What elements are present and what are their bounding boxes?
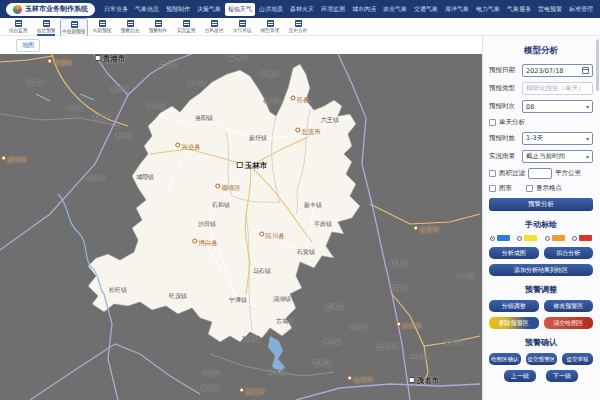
toolbar-tab[interactable]: 综合监测 bbox=[4, 18, 32, 35]
toolbar-tab[interactable]: 模型管理 bbox=[256, 18, 284, 35]
color-swatch bbox=[497, 235, 510, 241]
module-toolbar: 综合监测 临近预警 中短期预报 长期预报 预警信息 bbox=[0, 18, 600, 36]
top-menu-item[interactable]: 城市内涝 bbox=[349, 3, 379, 16]
map-label: 木梓镇 bbox=[115, 132, 133, 141]
map-view-tab[interactable]: 地图 bbox=[16, 39, 40, 52]
rain-label: 实况雨量 bbox=[489, 152, 522, 161]
toolbar-tab[interactable]: 预警信息 bbox=[116, 18, 144, 35]
map-label: 大洋镇 bbox=[187, 79, 205, 88]
forecast-type-input: 精细化报告（单天） bbox=[522, 82, 593, 95]
scrollbar-thumb[interactable] bbox=[596, 39, 599, 91]
map-label: 分界镇 bbox=[410, 353, 428, 362]
show-grid-checkbox[interactable] bbox=[526, 185, 533, 192]
toolbar-tab[interactable]: 中短期预报 bbox=[60, 18, 88, 37]
manual-plot-title: 手动标绘 bbox=[489, 219, 593, 230]
top-menu-item[interactable]: 农业气象 bbox=[380, 3, 410, 16]
warning-analyze-button[interactable]: 预警分析 bbox=[489, 198, 593, 211]
map-label: 茂名市 bbox=[409, 376, 440, 386]
top-menu-item[interactable]: 短临天气 bbox=[225, 3, 255, 16]
toolbar-tab[interactable]: 临近预警 bbox=[32, 18, 60, 35]
map-label: 覃塘区 bbox=[47, 59, 73, 68]
plot-color-option[interactable] bbox=[545, 235, 565, 241]
map-label: 城隍镇 bbox=[136, 173, 154, 182]
forecast-date-value: 2023/07/18 bbox=[526, 67, 563, 75]
area-filter-checkbox[interactable] bbox=[489, 170, 496, 177]
clear-draw-area-button[interactable]: 清空绘图区 bbox=[544, 317, 594, 329]
add-result-button[interactable]: 添加分析结果到绘区 bbox=[489, 264, 593, 276]
graphic-checkbox[interactable] bbox=[489, 185, 496, 192]
plot-color-option[interactable] bbox=[490, 235, 510, 241]
panel-title: 模型分析 bbox=[489, 45, 593, 57]
map-label: 湛江镇 bbox=[147, 102, 165, 111]
draw-area-confirm-button[interactable]: 绘图区确认 bbox=[489, 353, 521, 365]
radio-icon bbox=[517, 236, 522, 241]
toolbar-tab[interactable]: 台风路径 bbox=[200, 18, 228, 35]
map-label: 古城镇 bbox=[276, 317, 294, 326]
map-label: 宁潭镇 bbox=[229, 296, 247, 305]
submit-review-button[interactable]: 提交审核 bbox=[562, 353, 593, 365]
area-filter-input[interactable] bbox=[528, 168, 552, 179]
map-label: 镇龙乡 bbox=[26, 78, 44, 87]
top-menu-item[interactable]: 电力气象 bbox=[473, 3, 503, 16]
single-day-checkbox[interactable] bbox=[489, 119, 496, 126]
top-menu-item[interactable]: 决策气象 bbox=[194, 3, 224, 16]
top-menu-item[interactable]: 环境监测 bbox=[318, 3, 348, 16]
top-menu-item[interactable]: 预报制作 bbox=[163, 3, 193, 16]
calendar-icon[interactable] bbox=[582, 67, 589, 74]
map-label: 廉江市 bbox=[239, 388, 265, 397]
top-menu-item[interactable]: 气象服务 bbox=[504, 3, 534, 16]
map-label: 那务镇 bbox=[326, 303, 344, 312]
show-grid-label: 显示格点 bbox=[536, 184, 562, 193]
top-menu-item[interactable]: 海洋气象 bbox=[442, 3, 472, 16]
map-label: 信宜市 bbox=[413, 226, 439, 235]
submit-warning-area-button[interactable]: 提交预警区 bbox=[526, 353, 558, 365]
validity-select[interactable]: 1-3天 ▾ bbox=[522, 132, 593, 145]
top-menu-item[interactable]: 山洪地质 bbox=[256, 3, 286, 16]
document-icon bbox=[267, 20, 274, 27]
analyze-to-image-button[interactable]: 分析成图 bbox=[489, 247, 539, 259]
top-menu-item[interactable]: 交通气象 bbox=[411, 3, 441, 16]
toolbar-tab[interactable]: 预警制作 bbox=[144, 18, 172, 35]
map-canvas[interactable]: 贵港市玉林市茂名市覃塘区横州市兴业县容县北流市福绵区陆川县博白县信宜市高州市化州… bbox=[0, 54, 482, 400]
chevron-down-icon: ▾ bbox=[586, 153, 589, 160]
forecast-time-label: 预报时次 bbox=[489, 102, 522, 111]
map-label: 石窝镇 bbox=[297, 248, 315, 257]
map-label: 金山街道 bbox=[376, 342, 400, 351]
map-label: 大岭乡 bbox=[92, 113, 110, 122]
top-menu-item[interactable]: 气象信息 bbox=[132, 3, 162, 16]
forecast-time-value: 08 bbox=[526, 103, 534, 111]
next-level-button[interactable]: 下一级 bbox=[546, 370, 578, 382]
top-menu-item[interactable]: 森林火灾 bbox=[287, 3, 317, 16]
plot-color-option[interactable] bbox=[517, 235, 537, 241]
top-menu-item[interactable]: 雷电预警 bbox=[535, 3, 565, 16]
map-label: 高州市 bbox=[396, 322, 422, 331]
toolbar-tab[interactable]: 历史分析 bbox=[284, 18, 312, 35]
top-menu-item[interactable]: 日常业务 bbox=[101, 3, 131, 16]
previous-level-button[interactable]: 上一级 bbox=[504, 370, 536, 382]
warning-confirm-title: 预警确认 bbox=[489, 337, 593, 348]
modify-warning-area-button[interactable]: 修改预警区 bbox=[544, 300, 594, 312]
map-label: 新塘镇 bbox=[111, 85, 129, 94]
single-day-label: 单天分析 bbox=[499, 118, 525, 127]
top-menu-item[interactable]: 标准管理 bbox=[566, 3, 596, 16]
map-label: 镇隆镇 bbox=[390, 259, 408, 268]
toolbar-tab[interactable]: 大气环境 bbox=[228, 18, 256, 35]
map-label: 洛阳镇 bbox=[195, 114, 213, 123]
delete-warning-area-button[interactable]: 删除预警区 bbox=[489, 317, 539, 329]
toolbar-tab[interactable]: 长期预报 bbox=[88, 18, 116, 35]
map-label: 石和镇 bbox=[212, 201, 230, 210]
toolbar-tab[interactable]: 实况监测 bbox=[172, 18, 200, 35]
model-analysis-panel: 模型分析 预报日期 2023/07/18 预报类型 精细化报告（单天） 预报时次… bbox=[482, 36, 600, 400]
forecast-date-input[interactable]: 2023/07/18 bbox=[522, 64, 593, 77]
level-adjust-button[interactable]: 分级调整 bbox=[489, 300, 539, 312]
forecast-time-select[interactable]: 08 ▾ bbox=[522, 100, 593, 113]
map-label: 横州市 bbox=[1, 156, 27, 165]
map-tabbar: 地图 bbox=[0, 36, 482, 54]
fit-analysis-button[interactable]: 拟合分析 bbox=[544, 247, 594, 259]
document-icon bbox=[99, 20, 106, 27]
plot-color-option[interactable] bbox=[572, 235, 592, 241]
radio-icon bbox=[572, 236, 577, 241]
map-label: 北流市 bbox=[295, 128, 321, 137]
rain-select[interactable]: 截止当前时间 ▾ bbox=[522, 150, 593, 163]
map-labels: 贵港市玉林市茂名市覃塘区横州市兴业县容县北流市福绵区陆川县博白县信宜市高州市化州… bbox=[0, 54, 482, 400]
